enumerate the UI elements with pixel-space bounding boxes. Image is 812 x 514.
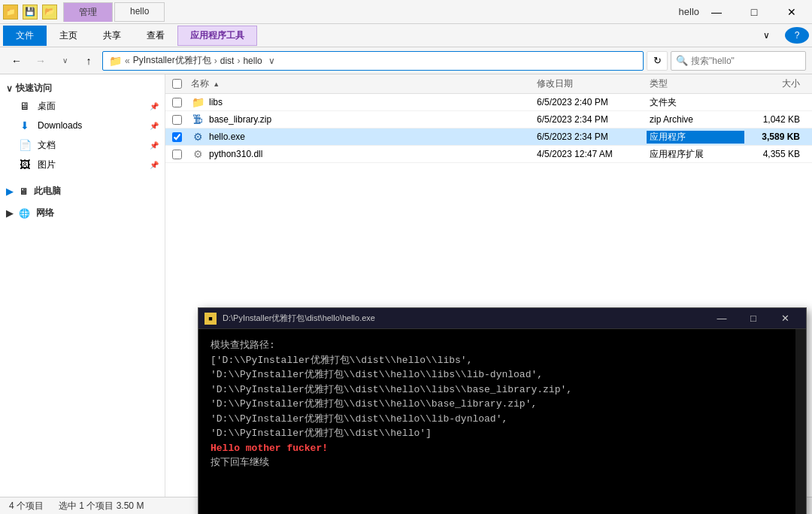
network-icon: 🌐 [19,208,30,219]
search-icon: 🔍 [676,55,688,66]
address-path[interactable]: 📁 « PyInstaller优雅打包 › dist › hello ∨ [102,51,644,71]
path-segment-root[interactable]: PyInstaller优雅打包 [133,54,211,67]
console-line: 模块查找路径: [211,338,783,353]
pictures-icon: 🖼 [18,158,32,171]
console-scrollbar[interactable] [795,329,806,514]
sidebar-item-desktop[interactable]: 🖥 桌面 📌 [0,96,165,116]
search-box[interactable]: 🔍 [671,51,806,71]
pin-icon-pictures: 📌 [150,161,159,169]
col-header-type[interactable]: 类型 [647,77,744,90]
tab-hello[interactable]: hello [114,2,165,22]
sidebar-item-pictures[interactable]: 🖼 图片 📌 [0,155,165,174]
path-folder-icon: 📁 [109,55,122,67]
network-label-text[interactable]: 网络 [36,207,54,219]
path-segment-hello[interactable]: hello [243,56,262,66]
quick-access-arrow[interactable]: ∨ [6,83,13,94]
file-name-dll: ⚙ python310.dll [188,147,534,161]
ribbon: 文件 主页 共享 查看 应用程序工具 ∨ ? [0,24,812,47]
file-size-dll: 4,355 KB [744,149,812,159]
console-minimize-button[interactable]: — [707,310,737,327]
quick-access-section: ∨ 快速访问 [0,77,165,96]
console-window: ■ D:\PyInstaller优雅打包\dist\hello\hello.ex… [198,307,807,514]
network-arrow[interactable]: ▶ [6,208,13,219]
console-line: 'D:\\PyInstaller优雅打包\\dist\\hello\\libs\… [211,367,783,382]
select-all-checkbox[interactable] [172,79,182,89]
col-header-name[interactable]: 名称 ▲ [188,77,534,90]
file-list-header: 名称 ▲ 修改日期 类型 大小 [165,74,812,94]
col-header-date[interactable]: 修改日期 [534,77,647,90]
close-button[interactable]: ✕ [774,2,809,23]
file-type-zip: zip Archive [647,114,744,125]
minimize-button[interactable]: — [699,2,734,23]
ribbon-tab-file[interactable]: 文件 [3,26,47,46]
row-checkbox-cell [165,115,188,125]
nav-back-button[interactable]: ← [6,51,27,71]
sort-arrow-name: ▲ [213,80,220,88]
console-line: 按下回车继续 [211,455,783,470]
nav-recent-button[interactable]: ∨ [54,51,75,71]
table-row[interactable]: 🗜 base_library.zip 6/5/2023 2:34 PM zip … [165,111,812,128]
table-row[interactable]: ⚙ python310.dll 4/5/2023 12:47 AM 应用程序扩展… [165,146,812,163]
console-line: Hello mother fucker! [211,441,783,456]
console-line: 'D:\\PyInstaller优雅打包\\dist\\hello\\base_… [211,397,783,412]
title-bar-open-icon: 📂 [42,5,57,20]
network-section: ▶ 🌐 网络 [0,202,165,221]
file-name-libs: 📁 libs [188,95,534,109]
ribbon-chevron[interactable]: ∨ [751,27,782,44]
console-line: 'D:\\PyInstaller优雅打包\\dist\\hello'] [211,426,783,441]
title-bar-tabs: 管理 hello [63,2,673,22]
path-dropdown-arrow[interactable]: ∨ [268,56,275,66]
this-pc-section: ▶ 🖥 此电脑 [0,180,165,199]
row-checkbox-dll[interactable] [172,150,182,159]
help-button[interactable]: ? [785,27,809,44]
ribbon-tab-share[interactable]: 共享 [90,26,134,46]
search-input[interactable] [691,56,801,66]
title-bar-icons: 📁 💾 📂 [3,5,57,20]
sidebar-item-documents[interactable]: 📄 文档 📌 [0,135,165,155]
sidebar-item-documents-label: 文档 [38,139,56,152]
item-count: 4 个项目 [9,500,44,512]
file-date-dll: 4/5/2023 12:47 AM [534,149,647,159]
refresh-button[interactable]: ↻ [647,51,668,71]
zip-icon: 🗜 [191,113,205,126]
this-pc-label-text[interactable]: 此电脑 [34,185,61,198]
console-close-button[interactable]: ✕ [770,310,800,327]
window-controls: — □ ✕ [699,2,809,23]
nav-up-button[interactable]: ↑ [78,51,99,71]
documents-icon: 📄 [18,138,32,152]
table-row[interactable]: ⚙ hello.exe 6/5/2023 2:34 PM 应用程序 3,589 … [165,128,812,146]
path-segment-dist[interactable]: dist [220,56,235,66]
row-checkbox-libs[interactable] [172,98,182,107]
address-bar: ← → ∨ ↑ 📁 « PyInstaller优雅打包 › dist › hel… [0,47,812,74]
file-size-zip: 1,042 KB [744,114,812,125]
nav-forward-button[interactable]: → [30,51,51,71]
main-layout: ∨ 快速访问 🖥 桌面 📌 ⬇ Downloads 📌 📄 文档 📌 🖼 图片 … [0,74,812,497]
console-maximize-button[interactable]: □ [738,310,768,327]
this-pc-arrow[interactable]: ▶ [6,186,13,197]
desktop-icon: 🖥 [18,99,32,113]
table-row[interactable]: 📁 libs 6/5/2023 2:40 PM 文件夹 [165,94,812,111]
file-type-dll: 应用程序扩展 [647,148,744,161]
path-separator-1: « [125,56,130,66]
title-bar: 📁 💾 📂 管理 hello hello — □ ✕ [0,0,812,24]
sidebar-item-pictures-label: 图片 [38,159,56,171]
sidebar-item-desktop-label: 桌面 [38,100,56,113]
col-header-size[interactable]: 大小 [744,77,812,90]
sidebar-item-downloads[interactable]: ⬇ Downloads 📌 [0,116,165,135]
path-separator-3: › [237,56,240,66]
tab-manage[interactable]: 管理 [63,2,113,22]
file-type-exe: 应用程序 [647,131,744,144]
file-label-zip: base_library.zip [209,114,271,125]
ribbon-tabs: 文件 主页 共享 查看 应用程序工具 ∨ ? [0,24,812,47]
maximize-button[interactable]: □ [737,2,771,23]
ribbon-tab-view[interactable]: 查看 [134,26,177,46]
title-bar-folder-icon: 📁 [3,5,18,20]
row-checkbox-cell [165,98,188,107]
row-checkbox-zip[interactable] [172,115,182,125]
file-type-libs: 文件夹 [647,96,744,109]
row-checkbox-exe[interactable] [172,132,182,142]
ribbon-tab-apptools[interactable]: 应用程序工具 [177,26,257,46]
console-icon: ■ [205,313,217,325]
ribbon-tab-home[interactable]: 主页 [47,26,90,46]
file-date-zip: 6/5/2023 2:34 PM [534,114,647,125]
